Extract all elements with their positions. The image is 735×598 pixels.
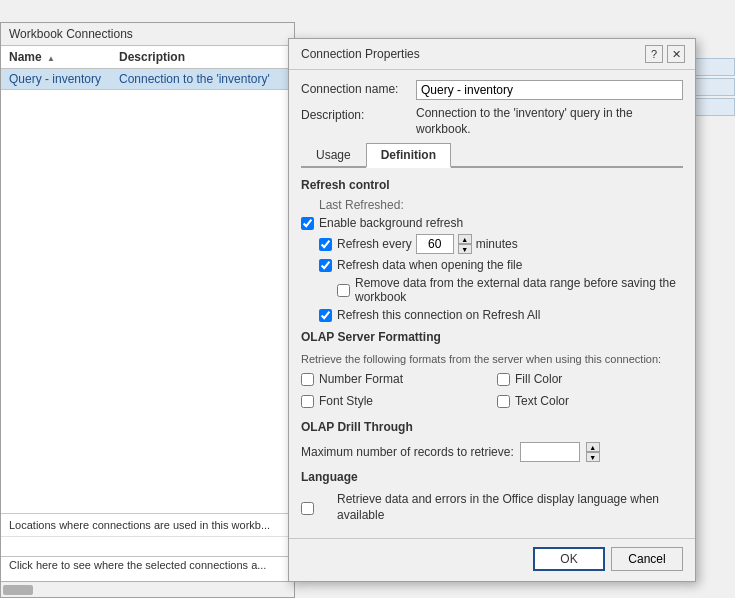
col-desc-header: Description (119, 50, 185, 64)
wb-row-desc: Connection to the 'inventory' (119, 72, 270, 86)
wb-table-header: Name ▲ Description (1, 46, 294, 69)
olap-desc: Retrieve the following formats from the … (301, 352, 683, 366)
remove-data-label: Remove data from the external data range… (355, 276, 683, 304)
refresh-every-row: Refresh every ▲ ▼ minutes (319, 234, 683, 254)
dialog-body: Connection name: Description: Connection… (289, 70, 695, 538)
description-text: Connection to the 'inventory' query in t… (416, 106, 633, 136)
font-style-row: Font Style (301, 394, 487, 408)
language-checkbox[interactable] (301, 502, 314, 515)
refresh-every-input[interactable] (416, 234, 454, 254)
max-records-spinner-up[interactable]: ▲ (586, 442, 600, 452)
dialog-footer: OK Cancel (289, 538, 695, 581)
last-refreshed-label: Last Refreshed: (319, 198, 404, 212)
number-format-label: Number Format (319, 372, 403, 386)
number-format-checkbox[interactable] (301, 373, 314, 386)
refresh-all-checkbox[interactable] (319, 309, 332, 322)
fill-color-checkbox[interactable] (497, 373, 510, 386)
connection-name-row: Connection name: (301, 80, 683, 100)
refresh-on-open-label: Refresh data when opening the file (337, 258, 522, 272)
refresh-control-title: Refresh control (301, 178, 683, 192)
remove-data-checkbox[interactable] (337, 284, 350, 297)
tab-usage[interactable]: Usage (301, 143, 366, 166)
wb-locations-text: Locations where connections are used in … (1, 513, 294, 537)
help-button[interactable]: ? (645, 45, 663, 63)
last-refreshed-row: Last Refreshed: (301, 198, 683, 212)
wb-row-name: Query - inventory (9, 72, 119, 86)
enable-bg-refresh-label: Enable background refresh (319, 216, 463, 230)
refresh-every-label: Refresh every (337, 237, 412, 251)
max-records-label: Maximum number of records to retrieve: (301, 445, 514, 459)
spinner-up[interactable]: ▲ (458, 234, 472, 244)
language-desc: Retrieve data and errors in the Office d… (337, 492, 683, 523)
olap-checkbox-grid: Number Format Fill Color Font Style Text… (301, 372, 683, 412)
workbook-connections-panel: Workbook Connections Name ▲ Description … (0, 22, 295, 598)
minutes-label: minutes (476, 237, 518, 251)
max-records-row: Maximum number of records to retrieve: ▲… (301, 442, 683, 462)
language-row: Retrieve data and errors in the Office d… (301, 492, 683, 523)
wb-connection-row[interactable]: Query - inventory Connection to the 'inv… (1, 69, 294, 90)
refresh-every-inline: Refresh every ▲ ▼ minutes (337, 234, 518, 254)
remove-data-row: Remove data from the external data range… (337, 276, 683, 304)
number-format-row: Number Format (301, 372, 487, 386)
connection-properties-dialog: Connection Properties ? ✕ Connection nam… (288, 38, 696, 582)
text-color-row: Text Color (497, 394, 683, 408)
olap-formatting-title: OLAP Server Formatting (301, 330, 683, 344)
olap-drill-title: OLAP Drill Through (301, 420, 683, 434)
connection-name-input[interactable] (416, 80, 683, 100)
refresh-on-open-checkbox[interactable] (319, 259, 332, 272)
dialog-titlebar: Connection Properties ? ✕ (289, 39, 695, 70)
max-records-input[interactable] (520, 442, 580, 462)
description-row: Description: Connection to the 'inventor… (301, 106, 683, 137)
enable-bg-refresh-row: Enable background refresh (301, 216, 683, 230)
refresh-all-label: Refresh this connection on Refresh All (337, 308, 540, 322)
connection-name-value-container (416, 80, 683, 100)
ok-button[interactable]: OK (533, 547, 605, 571)
wb-title: Workbook Connections (1, 23, 294, 46)
max-records-spinner: ▲ ▼ (586, 442, 600, 462)
enable-bg-refresh-checkbox[interactable] (301, 217, 314, 230)
tabs-bar: Usage Definition (301, 143, 683, 168)
description-label: Description: (301, 106, 416, 122)
refresh-every-checkbox[interactable] (319, 238, 332, 251)
dialog-controls: ? ✕ (645, 45, 685, 63)
font-style-label: Font Style (319, 394, 373, 408)
sort-icon: ▲ (47, 54, 55, 62)
close-button[interactable]: ✕ (667, 45, 685, 63)
dialog-title: Connection Properties (301, 47, 420, 61)
max-records-spinner-down[interactable]: ▼ (586, 452, 600, 462)
cancel-button[interactable]: Cancel (611, 547, 683, 571)
description-value: Connection to the 'inventory' query in t… (416, 106, 683, 137)
spinner-buttons: ▲ ▼ (458, 234, 472, 254)
text-color-label: Text Color (515, 394, 569, 408)
connection-name-label: Connection name: (301, 80, 416, 96)
font-style-checkbox[interactable] (301, 395, 314, 408)
spinner-down[interactable]: ▼ (458, 244, 472, 254)
fill-color-row: Fill Color (497, 372, 683, 386)
refresh-all-row: Refresh this connection on Refresh All (319, 308, 683, 322)
refresh-on-open-row: Refresh data when opening the file (319, 258, 683, 272)
col-name-header: Name ▲ (9, 50, 119, 64)
hscrollbar-thumb[interactable] (3, 585, 33, 595)
wb-click-text[interactable]: Click here to see where the selected con… (1, 553, 294, 577)
text-color-checkbox[interactable] (497, 395, 510, 408)
fill-color-label: Fill Color (515, 372, 562, 386)
tab-definition[interactable]: Definition (366, 143, 451, 168)
language-title: Language (301, 470, 683, 484)
